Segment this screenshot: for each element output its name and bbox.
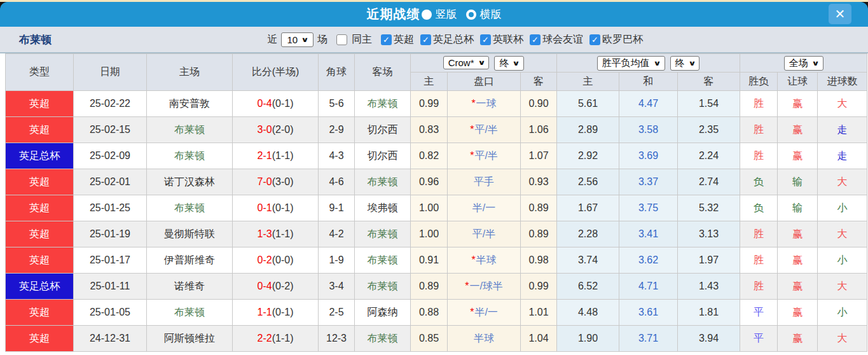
odds-state-select[interactable]: 终 ∨: [494, 56, 524, 71]
home-team-cell: 曼彻斯特联: [147, 221, 233, 247]
date-cell: 25-01-17: [74, 247, 147, 274]
corner-cell: 3-4: [319, 274, 355, 300]
same-home-checkbox[interactable]: [336, 34, 347, 45]
goals-cell: 走: [818, 117, 867, 143]
mean-type-select[interactable]: 胜平负均值 ∨: [597, 56, 665, 71]
mean-state-select[interactable]: 终 ∨: [670, 56, 700, 71]
col-header-score: 比分(半场): [233, 54, 319, 91]
games-label: 场: [317, 33, 327, 46]
corner-cell: 9-1: [319, 195, 355, 221]
handicap-cell: *半/一: [448, 300, 521, 326]
mean-home-cell: 6.52: [557, 274, 619, 300]
scope-select[interactable]: 全场 ∨: [784, 56, 823, 71]
home-odds-cell: 1.00: [411, 221, 448, 247]
mean-home-cell: 4.48: [557, 300, 619, 326]
league-checkbox[interactable]: ✓: [480, 34, 491, 45]
date-cell: 25-01-19: [74, 221, 147, 247]
subcol-result: 胜负: [740, 73, 778, 91]
chevron-down-icon: ∨: [478, 59, 486, 67]
date-cell: 25-01-11: [74, 274, 147, 300]
mean-home-cell: 2.92: [557, 143, 619, 169]
home-team-cell: 布莱顿: [147, 117, 233, 143]
date-cell: 25-01-05: [74, 300, 147, 326]
result-cell: 负: [740, 195, 778, 221]
home-team-cell: 诺丁汉森林: [147, 169, 233, 195]
home-team-cell: 诺维奇: [147, 274, 233, 300]
away-odds-cell: 1.07: [521, 143, 557, 169]
mean-away-cell: 2.35: [678, 117, 740, 143]
mean-home-cell: 1.67: [557, 195, 619, 221]
home-team-cell: 阿斯顿维拉: [147, 326, 233, 352]
near-label: 近: [267, 33, 277, 46]
away-team-cell: 布莱顿: [355, 169, 411, 195]
handicap-cell: *一/球半: [448, 274, 521, 300]
odds-company-select[interactable]: Crow* ∨: [443, 56, 490, 69]
mean-draw-cell: 4.47: [619, 91, 678, 117]
results-table-body: 英超25-02-22南安普敦0-4(0-1)5-6布莱顿0.99*一球0.905…: [6, 91, 867, 352]
close-button[interactable]: ✕: [829, 4, 851, 24]
league-cell: 英超: [6, 326, 74, 352]
chevron-down-icon: ∨: [301, 36, 309, 44]
league-checkbox-label[interactable]: 欧罗巴杯: [602, 34, 643, 45]
score-cell: 0-4(0-2): [233, 274, 319, 300]
handicap-cell: *平/半: [448, 117, 521, 143]
league-checkbox[interactable]: ✓: [381, 34, 392, 45]
filter-controls: 近 10 ∨ 场 同主 ✓英超✓英足总杯✓英联杯✓球会友谊✓欧罗巴杯: [266, 32, 644, 47]
match-row: 英超25-02-22南安普敦0-4(0-1)5-6布莱顿0.99*一球0.905…: [6, 91, 867, 117]
vertical-layout-label[interactable]: 竖版: [436, 7, 457, 22]
subcol-handicap-result: 让球: [778, 73, 818, 91]
result-cell: 胜: [740, 143, 778, 169]
league-checkbox-label[interactable]: 球会友谊: [542, 34, 583, 45]
goals-cell: 走: [818, 143, 867, 169]
league-checkbox[interactable]: ✓: [589, 34, 600, 45]
games-count-select[interactable]: 10 ∨: [281, 32, 313, 47]
match-row: 英超25-01-05布莱顿1-1(0-1)2-5阿森纳0.88*半/一1.014…: [6, 300, 867, 326]
date-cell: 25-02-09: [74, 143, 147, 169]
layout-radio-group: 竖版 横版: [422, 7, 502, 22]
date-cell: 25-02-15: [74, 117, 147, 143]
league-cell: 英超: [6, 221, 74, 247]
mean-draw-cell: 3.41: [619, 221, 678, 247]
result-cell: 胜: [740, 274, 778, 300]
results-table-wrap: 类型 日期 主场 比分(半场) 角球 客场 Crow* ∨ 终 ∨ 胜平负均值 …: [5, 53, 867, 352]
away-odds-cell: 0.93: [521, 169, 557, 195]
home-odds-cell: 0.99: [411, 91, 448, 117]
odds-dropdown-cell: Crow* ∨ 终 ∨: [411, 54, 557, 73]
handicap-cell: 半球: [448, 326, 521, 352]
vertical-layout-radio[interactable]: [422, 10, 432, 20]
horizontal-layout-radio[interactable]: [466, 10, 476, 20]
home-odds-cell: 0.85: [411, 326, 448, 352]
league-checkbox-label[interactable]: 英足总杯: [433, 34, 474, 45]
result-cell: 胜: [740, 91, 778, 117]
league-checkbox-label[interactable]: 英联杯: [493, 34, 523, 45]
result-cell: 平: [740, 300, 778, 326]
mean-away-cell: 3.13: [678, 221, 740, 247]
away-team-cell: 布莱顿: [355, 274, 411, 300]
mean-draw-cell: 3.69: [619, 143, 678, 169]
score-cell: 1-3(1-1): [233, 221, 319, 247]
window-title: 近期战绩: [367, 6, 420, 23]
subcol-mean-away: 客: [678, 73, 740, 91]
mean-state-value: 终: [675, 57, 685, 69]
subcol-goals: 进球数: [818, 73, 867, 91]
col-header-type: 类型: [6, 54, 74, 91]
mean-type-value: 胜平负均值: [602, 57, 650, 69]
scope-dropdown-cell: 全场 ∨: [740, 54, 867, 73]
mean-away-cell: 2.24: [678, 143, 740, 169]
date-cell: 24-12-31: [74, 326, 147, 352]
goals-cell: 大: [818, 274, 867, 300]
home-team-cell: 伊普斯维奇: [147, 247, 233, 274]
league-checkbox[interactable]: ✓: [530, 34, 541, 45]
league-checkbox-label[interactable]: 英超: [394, 34, 414, 45]
match-row: 英足总杯25-02-09布莱顿2-1(1-1)4-3切尔西0.82*平/半1.0…: [6, 143, 867, 169]
corner-cell: 4-3: [319, 143, 355, 169]
away-team-cell: 切尔西: [355, 117, 411, 143]
corner-cell: 12-3: [319, 326, 355, 352]
away-team-cell: 布莱顿: [355, 221, 411, 247]
league-checkbox[interactable]: ✓: [420, 34, 431, 45]
games-count-value: 10: [287, 34, 298, 45]
corner-cell: 2-5: [319, 300, 355, 326]
horizontal-layout-label[interactable]: 横版: [480, 7, 502, 22]
league-cell: 英足总杯: [6, 143, 74, 169]
results-table: 类型 日期 主场 比分(半场) 角球 客场 Crow* ∨ 终 ∨ 胜平负均值 …: [5, 53, 867, 352]
